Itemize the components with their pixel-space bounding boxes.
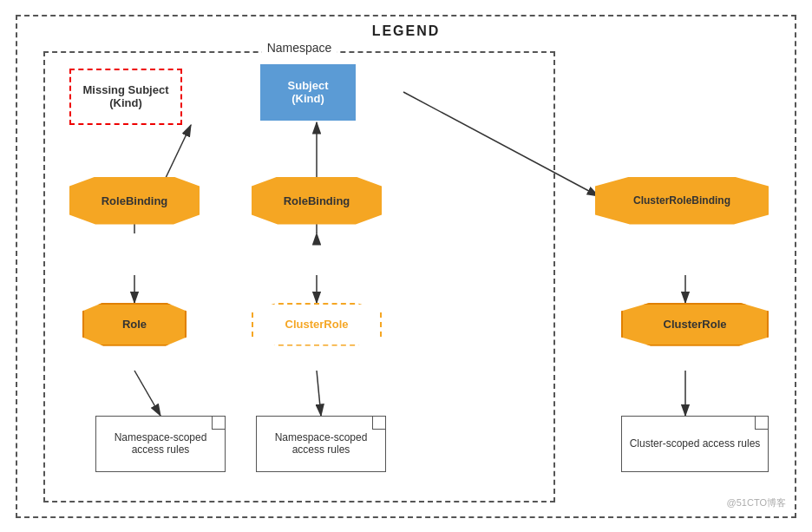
clusterrole-solid-node: ClusterRole [621,303,769,346]
rolebinding-right-node: RoleBinding [252,177,382,225]
doc-left: Namespace-scoped access rules [95,416,226,472]
role-node: Role [82,303,187,346]
watermark: @51CTO博客 [727,496,786,509]
doc-middle: Namespace-scoped access rules [256,416,386,472]
doc-right: Cluster-scoped access rules [621,416,769,472]
subject-node: Subject (Kind) [260,64,356,121]
clusterrole-dashed-node: ClusterRole [252,303,382,346]
legend-title: LEGEND [372,23,441,39]
namespace-label: Namespace [262,41,337,55]
missing-subject-node: Missing Subject (Kind) [69,69,182,125]
rolebinding-left-node: RoleBinding [69,177,200,225]
clusterrolebinding-node: ClusterRoleBinding [595,177,769,225]
diagram-wrapper: LEGEND Namespace [16,15,796,518]
